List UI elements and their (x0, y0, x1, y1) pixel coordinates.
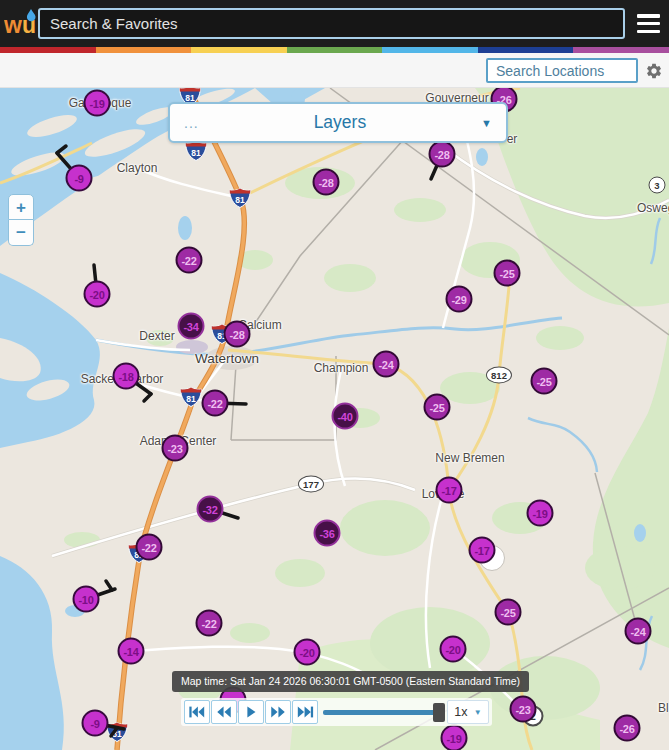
station-marker[interactable]: -34 (178, 313, 205, 340)
station-temperature: -28 (230, 328, 245, 340)
map-label: Oswega (637, 201, 669, 215)
route-812-shield: 812 (486, 367, 512, 384)
station-marker[interactable]: -19 (441, 725, 468, 750)
skip-to-start-button[interactable] (184, 700, 210, 724)
station-marker[interactable]: -24 (625, 618, 652, 645)
station-marker[interactable]: -17 (469, 537, 496, 564)
station-marker[interactable]: -22 (136, 534, 163, 561)
station-temperature: -17 (475, 544, 490, 556)
search-favorites-input[interactable] (38, 8, 625, 39)
slider-track[interactable] (323, 710, 443, 715)
interstate-81-shield: 81 (185, 141, 207, 161)
slider-thumb[interactable] (433, 703, 445, 722)
station-marker[interactable]: -18 (113, 363, 140, 390)
zoom-control: + − (8, 194, 34, 246)
layers-dropdown[interactable]: ... Layers ▼ (168, 102, 508, 143)
station-temperature: -22 (208, 397, 223, 409)
layers-more-dots[interactable]: ... (184, 115, 199, 131)
step-back-button[interactable] (211, 700, 237, 724)
weather-map[interactable]: GananoqueClaytonGouverneurerOswegaDexter… (0, 88, 669, 750)
water-drop-icon (27, 9, 36, 21)
map-label: New Bremen (435, 451, 504, 465)
station-marker[interactable]: -40 (332, 403, 359, 430)
station-marker[interactable]: -29 (446, 286, 473, 313)
station-marker[interactable]: -23 (510, 696, 537, 723)
station-marker[interactable]: -26 (614, 715, 641, 742)
station-temperature: -19 (533, 507, 548, 519)
station-temperature: -20 (300, 646, 315, 658)
station-marker[interactable]: -28 (313, 169, 340, 196)
station-marker[interactable]: -20 (84, 281, 111, 308)
interstate-81-shield: 81 (106, 722, 128, 742)
station-marker[interactable]: -9 (82, 710, 109, 737)
station-temperature: -26 (620, 722, 635, 734)
station-marker[interactable]: -25 (495, 599, 522, 626)
station-marker[interactable]: -17 (436, 477, 463, 504)
wunderground-logo[interactable]: w u (4, 8, 38, 40)
station-temperature: -29 (452, 293, 467, 305)
zoom-out-button[interactable]: − (8, 220, 34, 246)
interstate-81-shield: 81 (180, 387, 202, 407)
step-forward-button[interactable] (265, 700, 291, 724)
station-marker[interactable]: -19 (527, 500, 554, 527)
timeline-playback-bar: 1x ▼ (181, 698, 492, 726)
fast-forward-icon (269, 705, 287, 719)
station-temperature: -24 (631, 625, 646, 637)
station-temperature: -22 (202, 617, 217, 629)
svg-text:81: 81 (186, 394, 196, 404)
station-marker[interactable]: -28 (429, 141, 456, 168)
station-temperature: -17 (442, 484, 457, 496)
station-marker[interactable]: -23 (162, 435, 189, 462)
station-marker[interactable]: -22 (196, 610, 223, 637)
station-marker[interactable]: -25 (531, 368, 558, 395)
station-marker[interactable]: -25 (424, 394, 451, 421)
station-marker[interactable]: -20 (440, 636, 467, 663)
station-temperature: -10 (79, 593, 94, 605)
station-temperature: -25 (537, 375, 552, 387)
station-marker[interactable]: -32 (197, 496, 224, 523)
station-temperature: -22 (182, 254, 197, 266)
map-label: Bl (658, 701, 669, 715)
rewind-icon (215, 705, 233, 719)
station-temperature: -25 (430, 401, 445, 413)
map-time-tooltip: Map time: Sat Jan 24 2026 06:30:01 GMT-0… (172, 671, 529, 692)
station-marker[interactable]: -22 (202, 390, 229, 417)
layers-label: Layers (199, 112, 481, 133)
station-marker[interactable]: -9 (66, 165, 93, 192)
station-marker[interactable]: -25 (494, 260, 521, 287)
map-label: er (507, 132, 518, 146)
station-marker[interactable]: -19 (84, 90, 111, 117)
svg-text:w: w (4, 12, 22, 38)
station-temperature: -28 (319, 176, 334, 188)
station-marker[interactable]: -24 (373, 351, 400, 378)
skip-to-end-icon (296, 705, 314, 719)
station-temperature: -9 (74, 172, 83, 184)
station-temperature: -25 (500, 267, 515, 279)
search-locations-input[interactable] (486, 58, 638, 83)
zoom-in-button[interactable]: + (8, 194, 34, 220)
top-bar: w u (0, 0, 669, 47)
map-label: Dexter (139, 329, 174, 343)
station-temperature: -20 (446, 643, 461, 655)
skip-to-end-button[interactable] (292, 700, 318, 724)
station-marker[interactable]: -36 (314, 520, 341, 547)
station-temperature: -14 (124, 645, 139, 657)
station-marker[interactable]: -20 (294, 639, 321, 666)
station-temperature: -22 (142, 541, 157, 553)
station-temperature: -25 (501, 606, 516, 618)
station-temperature: -9 (90, 717, 99, 729)
hamburger-menu-icon[interactable] (637, 14, 660, 33)
station-marker[interactable]: -10 (73, 586, 100, 613)
play-button[interactable] (238, 700, 264, 724)
chevron-down-icon[interactable]: ▼ (481, 117, 492, 129)
station-temperature: -19 (90, 97, 105, 109)
station-temperature: -23 (168, 442, 183, 454)
gear-icon[interactable] (645, 62, 663, 80)
station-marker[interactable]: -14 (118, 638, 145, 665)
station-temperature: -24 (379, 358, 394, 370)
timeline-slider[interactable] (323, 700, 443, 724)
speed-selector[interactable]: 1x ▼ (447, 700, 489, 724)
station-marker[interactable]: -22 (176, 247, 203, 274)
station-temperature: -34 (184, 320, 199, 332)
station-marker[interactable]: -28 (224, 321, 251, 348)
